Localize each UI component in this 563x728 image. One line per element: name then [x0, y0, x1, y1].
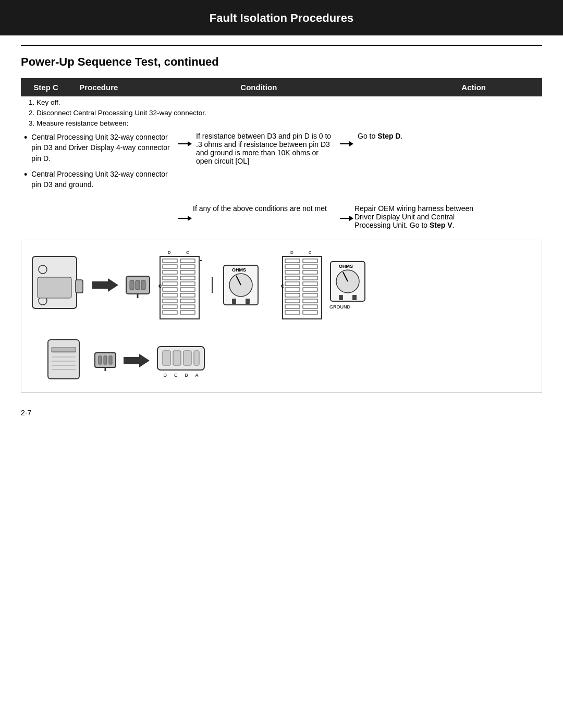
four-way-conn-svg: [155, 344, 207, 373]
svg-rect-64: [285, 288, 300, 291]
action-2-text: Repair OEM wiring harness between Driver…: [354, 204, 473, 229]
svg-rect-81: [48, 340, 79, 379]
action-2-bold: Step V: [430, 221, 452, 229]
svg-rect-58: [285, 270, 300, 274]
diagram-bottom-row: D C B A: [45, 337, 533, 384]
arrow-1: [177, 130, 193, 149]
condition-1-text: If resistance between D3 and pin D is 0 …: [196, 132, 331, 165]
pin-labels: D C B A: [163, 373, 198, 378]
svg-text:C: C: [186, 250, 189, 255]
svg-rect-63: [303, 282, 317, 286]
arrow-2: [339, 130, 354, 149]
step-1: Key off.: [36, 98, 542, 106]
action-2-suffix: .: [452, 221, 455, 229]
ground-label: GROUND: [329, 304, 350, 310]
svg-rect-22: [163, 259, 177, 263]
svg-rect-87: [52, 348, 76, 352]
svg-rect-56: [285, 265, 300, 268]
svg-rect-49: [232, 299, 236, 304]
svg-rect-38: [163, 305, 177, 309]
svg-rect-70: [285, 305, 300, 309]
svg-marker-5: [188, 216, 192, 221]
bullet-1-text: Central Processing Unit 32-way connector…: [31, 132, 174, 164]
procedure-content: Key off. Disconnect Central Processing U…: [0, 98, 563, 229]
step-2: Disconnect Central Processing Unit 32-wa…: [36, 109, 542, 117]
svg-text:C: C: [281, 283, 285, 289]
bullet-dot-1: •: [24, 133, 27, 142]
svg-rect-57: [303, 265, 317, 268]
arrow-4: [339, 204, 354, 223]
col-condition: Condition: [232, 79, 406, 96]
svg-rect-80: [352, 295, 357, 300]
svg-rect-50: [246, 299, 250, 304]
page-number: 2-7: [21, 409, 31, 417]
svg-rect-65: [303, 288, 317, 291]
svg-rect-97: [183, 351, 191, 365]
action-1-bold: Step D: [377, 132, 400, 140]
col-procedure: Procedure: [71, 79, 232, 96]
action-1-prefix: Go to: [358, 132, 377, 140]
col-action: Action: [406, 79, 542, 96]
svg-rect-31: [180, 282, 195, 286]
svg-rect-55: [303, 259, 317, 263]
svg-rect-62: [285, 282, 300, 286]
page-number-area: 2-7: [0, 403, 563, 427]
svg-rect-25: [180, 265, 195, 268]
svg-rect-32: [163, 288, 177, 291]
svg-text:OHMS: OHMS: [339, 264, 353, 269]
intro-steps-list: Key off. Disconnect Central Processing U…: [36, 98, 542, 127]
svg-rect-24: [163, 265, 177, 268]
connector-32pin-left: D C /* pins drawn inline below */: [157, 249, 202, 322]
svg-marker-3: [349, 141, 353, 146]
svg-rect-35: [180, 293, 195, 297]
svg-rect-60: [285, 276, 300, 280]
arrow-right-icon-3: [177, 214, 192, 223]
action-1-column: Go to Step D.: [354, 130, 490, 142]
svg-text:C: C: [158, 283, 162, 289]
svg-rect-73: [303, 311, 317, 314]
svg-rect-66: [285, 293, 300, 297]
bullet-2-text: Central Processing Unit 32-way connector…: [31, 169, 174, 190]
svg-rect-40: [163, 311, 177, 314]
svg-rect-90: [104, 356, 107, 364]
svg-rect-39: [180, 305, 195, 309]
condition-1-column: If resistance between D3 and pin D is 0 …: [193, 130, 339, 167]
svg-rect-33: [180, 288, 195, 291]
svg-rect-71: [303, 305, 317, 309]
svg-rect-54: [285, 259, 300, 263]
action-2-column: Repair OEM wiring harness between Driver…: [354, 204, 490, 229]
svg-rect-27: [180, 270, 195, 274]
svg-rect-79: [339, 295, 343, 300]
four-way-connector: D C B A: [155, 344, 207, 378]
svg-rect-91: [109, 356, 112, 364]
arrow-right-icon-1: [177, 139, 192, 149]
svg-rect-12: [76, 280, 83, 293]
condition-2-text: If any of the above conditions are not m…: [193, 204, 327, 213]
diagram-section: D C /* pins drawn inline below */: [21, 240, 542, 393]
diagram-arrow-1: [92, 277, 118, 293]
svg-text:D: D: [168, 250, 171, 255]
svg-rect-96: [173, 351, 181, 365]
svg-rect-37: [180, 299, 195, 303]
svg-text:C: C: [309, 250, 312, 255]
svg-rect-26: [163, 270, 177, 274]
small-display-svg: [45, 337, 87, 384]
page-header: Fault Isolation Procedures: [0, 0, 563, 35]
bullet-dot-2: •: [24, 170, 27, 179]
action-1-suffix: .: [400, 132, 402, 140]
bullets-column: • Central Processing Unit 32-way connect…: [21, 130, 177, 197]
svg-rect-15: [130, 280, 134, 290]
svg-marker-7: [349, 216, 353, 221]
svg-rect-59: [303, 270, 317, 274]
svg-rect-61: [303, 276, 317, 280]
svg-text:OHMS: OHMS: [232, 267, 246, 273]
diagram-arrow-2: [124, 353, 150, 368]
col-step: Step C: [21, 79, 71, 96]
svg-rect-89: [99, 356, 102, 364]
connector-32pin-right: D C C: [280, 249, 324, 322]
svg-rect-98: [194, 351, 199, 365]
svg-rect-69: [303, 299, 317, 303]
svg-rect-41: [180, 311, 195, 314]
svg-marker-13: [92, 278, 118, 292]
diagram-top-row: D C /* pins drawn inline below */: [30, 249, 533, 322]
